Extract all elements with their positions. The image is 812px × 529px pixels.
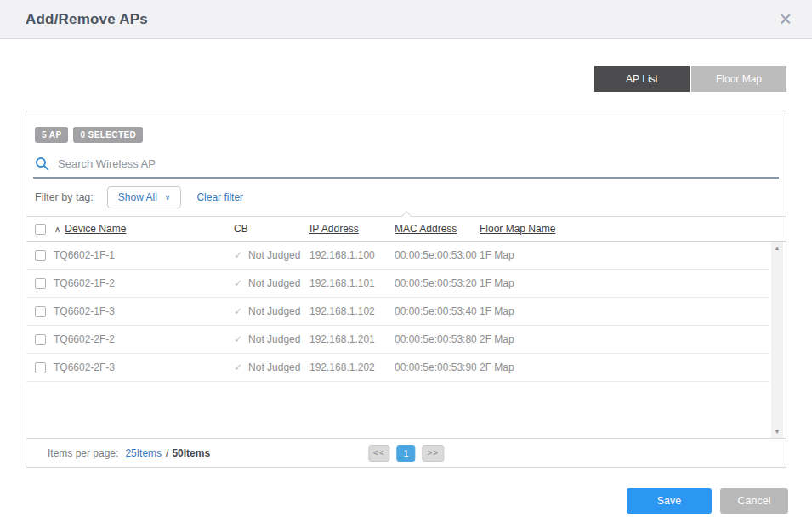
row-checkbox[interactable]	[35, 306, 46, 317]
column-header-cb: CB	[234, 223, 248, 235]
cancel-button[interactable]: Cancel	[720, 488, 788, 514]
row-checkbox[interactable]	[35, 278, 46, 289]
table-body: TQ6602-1F-1 ✓Not Judged 192.168.1.100 00…	[26, 242, 786, 438]
search-icon	[35, 156, 49, 171]
floor-map-cell: 1F Map	[480, 277, 514, 289]
ip-address-cell: 192.168.1.202	[309, 361, 375, 373]
summary-badges: 5 AP 0 SELECTED	[35, 127, 786, 143]
tag-filter-dropdown[interactable]: Show All ∨	[107, 186, 182, 208]
ap-list-panel: 5 AP 0 SELECTED Filter by tag: Show All …	[26, 111, 786, 468]
chevron-down-icon: ∨	[165, 193, 171, 202]
scroll-down-icon[interactable]: ▼	[775, 429, 781, 435]
cb-status-cell: Not Judged	[248, 305, 300, 317]
table-scrollbar[interactable]: ▲ ▼	[771, 242, 783, 438]
mac-address-cell: 00:00:5e:00:53:90	[395, 361, 477, 373]
row-checkbox[interactable]	[35, 250, 46, 261]
search-input[interactable]	[58, 157, 779, 170]
sort-ascending-icon[interactable]: ∧	[54, 225, 60, 234]
view-tabs: AP List Floor Map	[594, 66, 786, 92]
filter-by-tag-label: Filter by tag:	[35, 191, 94, 203]
dialog-title: Add/Remove APs	[26, 11, 148, 28]
cb-status-cell: Not Judged	[248, 361, 300, 373]
device-name-cell: TQ6602-2F-2	[54, 333, 115, 345]
save-button[interactable]: Save	[627, 488, 712, 514]
device-name-cell: TQ6602-1F-3	[54, 305, 115, 317]
first-page-button[interactable]: <<	[368, 445, 390, 462]
current-page-button[interactable]: 1	[397, 445, 416, 462]
cb-status-cell: Not Judged	[248, 333, 300, 345]
ip-address-cell: 192.168.1.102	[309, 305, 375, 317]
dialog-header: Add/Remove APs ×	[0, 0, 812, 39]
table-footer: Items per page: 25Items / 50Items << 1 >…	[26, 438, 786, 467]
dialog-actions: Save Cancel	[627, 488, 788, 514]
table-row[interactable]: TQ6602-2F-3 ✓Not Judged 192.168.1.202 00…	[26, 354, 769, 382]
column-header-mac-address[interactable]: MAC Address	[395, 223, 457, 235]
mac-address-cell: 00:00:5e:00:53:40	[395, 305, 477, 317]
ap-count-badge: 5 AP	[35, 127, 68, 143]
cb-status-cell: Not Judged	[248, 277, 300, 289]
scroll-up-icon[interactable]: ▲	[775, 245, 781, 251]
tag-filter-value: Show All	[118, 191, 157, 203]
mac-address-cell: 00:00:5e:00:53:00	[395, 249, 477, 261]
row-checkbox[interactable]	[35, 334, 46, 345]
items-per-page-separator: /	[166, 447, 168, 459]
clear-filter-link[interactable]: Clear filter	[196, 191, 243, 203]
items-per-page-label: Items per page:	[48, 447, 118, 459]
floor-map-cell: 2F Map	[480, 361, 514, 373]
table-row[interactable]: TQ6602-1F-3 ✓Not Judged 192.168.1.102 00…	[26, 298, 769, 326]
check-icon: ✓	[234, 305, 242, 317]
last-page-button[interactable]: >>	[423, 445, 445, 462]
check-icon: ✓	[234, 277, 242, 289]
row-checkbox[interactable]	[35, 362, 46, 373]
total-items-label: 50Items	[172, 447, 210, 459]
check-icon: ✓	[234, 249, 242, 261]
table-row[interactable]: TQ6602-1F-1 ✓Not Judged 192.168.1.100 00…	[26, 242, 769, 270]
cb-status-cell: Not Judged	[248, 249, 300, 261]
floor-map-cell: 1F Map	[480, 305, 514, 317]
floor-map-cell: 2F Map	[480, 333, 514, 345]
mac-address-cell: 00:00:5e:00:53:80	[395, 333, 477, 345]
tab-floor-map[interactable]: Floor Map	[691, 66, 786, 92]
table-row[interactable]: TQ6602-2F-2 ✓Not Judged 192.168.1.201 00…	[26, 326, 769, 354]
device-name-cell: TQ6602-1F-2	[54, 277, 115, 289]
device-name-cell: TQ6602-2F-3	[54, 361, 115, 373]
ip-address-cell: 192.168.1.101	[309, 277, 375, 289]
check-icon: ✓	[234, 361, 242, 373]
column-header-device-name[interactable]: Device Name	[65, 223, 126, 235]
column-header-ip-address[interactable]: IP Address	[309, 223, 359, 235]
check-icon: ✓	[234, 333, 242, 345]
select-all-checkbox[interactable]	[35, 224, 46, 235]
mac-address-cell: 00:00:5e:00:53:20	[395, 277, 477, 289]
selected-count-badge: 0 SELECTED	[73, 127, 143, 143]
pagination: << 1 >>	[368, 445, 444, 462]
tab-ap-list[interactable]: AP List	[594, 66, 690, 92]
column-header-floor-map-name[interactable]: Floor Map Name	[480, 223, 555, 235]
ip-address-cell: 192.168.1.100	[309, 249, 375, 261]
device-name-cell: TQ6602-1F-1	[54, 249, 115, 261]
close-icon[interactable]: ×	[779, 9, 792, 30]
ip-address-cell: 192.168.1.201	[309, 333, 375, 345]
table-header: ∧ Device Name CB IP Address MAC Address …	[26, 216, 786, 242]
items-per-page-25-link[interactable]: 25Items	[125, 447, 162, 459]
table-row[interactable]: TQ6602-1F-2 ✓Not Judged 192.168.1.101 00…	[26, 270, 769, 298]
floor-map-cell: 1F Map	[480, 249, 514, 261]
search-bar	[33, 153, 779, 179]
